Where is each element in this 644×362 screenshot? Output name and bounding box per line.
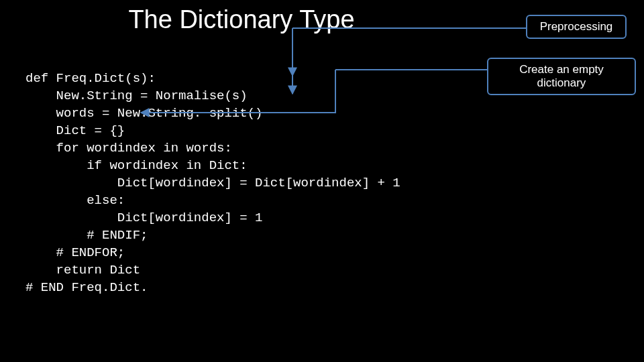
code-line: def Freq.Dict(s): bbox=[25, 71, 156, 86]
code-line: Dict[wordindex] = Dict[wordindex] + 1 bbox=[25, 176, 400, 190]
code-line: words = New.String. split() bbox=[25, 106, 262, 121]
callout-empty-dict: Create an empty dictionary bbox=[487, 58, 636, 95]
code-line: return Dict bbox=[25, 263, 140, 278]
code-line: Dict = {} bbox=[25, 123, 125, 138]
code-line: Dict[wordindex] = 1 bbox=[25, 210, 262, 225]
code-line: # ENDIF; bbox=[25, 228, 148, 243]
code-line: else: bbox=[25, 193, 125, 208]
callout-preprocessing: Preprocessing bbox=[526, 15, 627, 39]
code-line: New.String = Normalise(s) bbox=[25, 88, 248, 103]
code-line: for wordindex in words: bbox=[25, 141, 232, 156]
code-line: if wordindex in Dict: bbox=[25, 158, 248, 173]
slide-title: The Dictionary Type bbox=[0, 5, 483, 34]
code-block: def Freq.Dict(s): New.String = Normalise… bbox=[25, 52, 400, 296]
code-line: # END Freq.Dict. bbox=[25, 280, 148, 295]
code-line: # ENDFOR; bbox=[25, 245, 125, 260]
